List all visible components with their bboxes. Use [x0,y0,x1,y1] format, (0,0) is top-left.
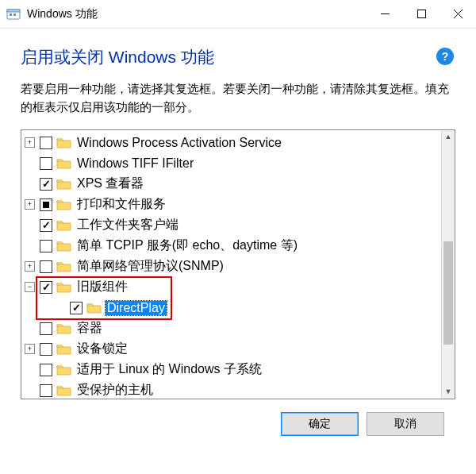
feature-checkbox[interactable] [40,343,52,356]
window-controls [367,0,476,28]
tree-node[interactable]: Windows TIFF IFilter [21,153,455,174]
dialog-content: 启用或关闭 Windows 功能 ? 若要启用一种功能，请选择其复选框。若要关闭… [0,29,476,436]
cancel-button[interactable]: 取消 [367,412,444,436]
features-tree: +Windows Process Activation ServiceWindo… [21,129,455,399]
folder-icon [56,260,71,272]
feature-label[interactable]: 简单 TCPIP 服务(即 echo、daytime 等) [75,237,299,254]
folder-icon [86,302,102,314]
collapse-icon[interactable]: − [25,282,35,292]
help-icon[interactable]: ? [436,48,454,65]
feature-label[interactable]: 工作文件夹客户端 [75,217,180,233]
svg-rect-5 [417,10,425,18]
tree-node[interactable]: XPS 查看器 [21,174,455,195]
close-button[interactable] [440,0,476,28]
tree-node[interactable]: 容器 [21,318,455,339]
folder-icon [56,178,71,190]
feature-label[interactable]: XPS 查看器 [75,175,145,192]
folder-icon [56,384,71,396]
tree-node[interactable]: +设备锁定 [21,339,455,360]
expand-icon[interactable]: + [25,199,35,210]
scroll-up-icon[interactable]: ▲ [442,130,455,144]
feature-checkbox[interactable] [40,137,52,149]
app-icon [6,7,21,21]
feature-checkbox[interactable] [40,157,52,170]
feature-checkbox[interactable] [70,302,83,314]
folder-icon [56,343,71,355]
minimize-button[interactable] [367,0,403,28]
feature-checkbox[interactable] [40,384,52,397]
feature-label[interactable]: 旧版组件 [75,279,129,295]
feature-checkbox[interactable] [40,281,52,294]
folder-icon [56,240,71,252]
dialog-heading: 启用或关闭 Windows 功能 [21,46,436,68]
feature-label[interactable]: Windows TIFF IFilter [75,156,195,171]
folder-icon [56,322,71,334]
feature-checkbox[interactable] [40,198,52,211]
folder-icon [56,364,71,376]
feature-checkbox[interactable] [40,322,52,335]
folder-icon [56,157,71,169]
feature-label[interactable]: 设备锁定 [75,341,129,357]
folder-icon [56,137,71,148]
vertical-scrollbar[interactable]: ▲ ▼ [441,130,455,399]
window-title: Windows 功能 [27,7,367,21]
svg-rect-2 [10,13,12,16]
feature-checkbox[interactable] [40,178,52,191]
feature-checkbox[interactable] [40,364,52,376]
folder-icon [56,281,71,293]
maximize-button[interactable] [403,0,440,28]
feature-label[interactable]: DirectPlay [106,301,167,315]
tree-node[interactable]: +打印和文件服务 [21,195,455,215]
expand-icon[interactable]: + [25,261,35,272]
scroll-down-icon[interactable]: ▼ [442,385,455,399]
dialog-button-row: 确定 取消 [21,399,455,436]
tree-node[interactable]: 受保护的主机 [21,380,455,399]
feature-label[interactable]: 容器 [75,320,104,337]
svg-rect-1 [7,10,20,12]
expand-icon[interactable]: + [25,137,35,148]
tree-node[interactable]: 适用于 Linux 的 Windows 子系统 [21,360,455,380]
feature-label[interactable]: Windows Process Activation Service [75,136,283,150]
tree-node[interactable]: 工作文件夹客户端 [21,215,455,236]
ok-button[interactable]: 确定 [281,412,359,436]
dialog-description: 若要启用一种功能，请选择其复选框。若要关闭一种功能，请清除其复选框。填充的框表示… [21,79,455,117]
tree-node[interactable]: 简单 TCPIP 服务(即 echo、daytime 等) [21,236,455,256]
feature-checkbox[interactable] [40,240,52,252]
tree-node[interactable]: −旧版组件 [21,277,455,298]
feature-label[interactable]: 受保护的主机 [75,382,155,399]
scroll-thumb[interactable] [443,241,453,345]
feature-checkbox[interactable] [40,260,52,273]
tree-node[interactable]: +简单网络管理协议(SNMP) [21,256,455,277]
expand-icon[interactable]: + [25,344,35,354]
feature-checkbox[interactable] [40,219,52,232]
tree-node[interactable]: +Windows Process Activation Service [21,133,455,153]
svg-rect-3 [13,13,16,16]
feature-label[interactable]: 适用于 Linux 的 Windows 子系统 [75,361,263,378]
folder-icon [56,219,71,231]
title-bar: Windows 功能 [0,0,476,29]
folder-icon [56,198,71,210]
feature-label[interactable]: 打印和文件服务 [75,196,167,213]
feature-label[interactable]: 简单网络管理协议(SNMP) [75,258,225,275]
tree-node[interactable]: DirectPlay [21,298,455,318]
